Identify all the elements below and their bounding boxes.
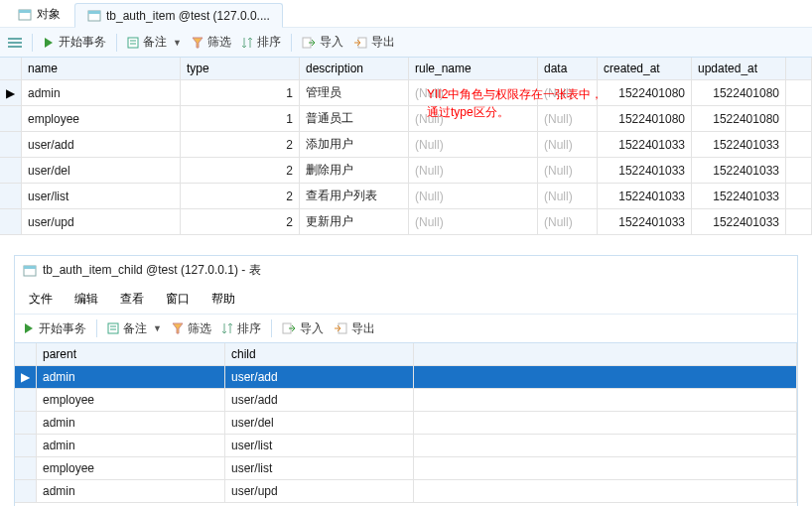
export-button[interactable]: 导出 xyxy=(334,320,375,337)
cell-child[interactable]: user/add xyxy=(225,389,414,412)
cell-description[interactable]: 查看用户列表 xyxy=(300,184,409,209)
menu-edit[interactable]: 编辑 xyxy=(74,291,98,308)
cell-rule-name[interactable]: (Null) xyxy=(409,106,538,132)
cell-name[interactable]: user/add xyxy=(22,132,181,158)
cell-created-at[interactable]: 1522401033 xyxy=(598,158,692,184)
cell-name[interactable]: user/upd xyxy=(22,209,181,235)
cell-spacer xyxy=(786,158,812,184)
import-button[interactable]: 导入 xyxy=(302,34,343,51)
table-row[interactable]: adminuser/list xyxy=(15,435,797,457)
col-description[interactable]: description xyxy=(300,58,409,80)
cell-created-at[interactable]: 1522401080 xyxy=(598,106,692,132)
cell-description[interactable]: 添加用户 xyxy=(300,132,409,158)
table-row[interactable]: user/del2删除用户(Null)(Null)152240103315224… xyxy=(0,158,812,184)
cell-rule-name[interactable]: (Null) xyxy=(409,132,538,158)
table-row[interactable]: employee1普通员工(Null)(Null)152240108015224… xyxy=(0,106,812,132)
memo-button[interactable]: 备注▼ xyxy=(127,34,182,51)
table-row[interactable]: adminuser/del xyxy=(15,412,797,435)
cell-data[interactable]: (Null) xyxy=(538,158,598,184)
table-row[interactable]: employeeuser/list xyxy=(15,457,797,480)
col-rule-name[interactable]: rule_name xyxy=(409,58,538,80)
cell-parent[interactable]: admin xyxy=(37,480,225,503)
filter-button[interactable]: 筛选 xyxy=(172,320,211,337)
cell-created-at[interactable]: 1522401080 xyxy=(598,80,692,106)
cell-name[interactable]: user/list xyxy=(22,184,181,209)
table-row[interactable]: adminuser/upd xyxy=(15,480,797,503)
cell-created-at[interactable]: 1522401033 xyxy=(598,132,692,158)
cell-child[interactable]: user/add xyxy=(225,366,414,389)
export-button[interactable]: 导出 xyxy=(353,34,395,51)
table-row[interactable]: ▶adminuser/add xyxy=(15,366,797,389)
cell-type[interactable]: 2 xyxy=(181,184,300,209)
cell-data[interactable]: (Null) xyxy=(538,184,598,209)
tab-objects[interactable]: 对象 xyxy=(6,1,72,27)
cell-type[interactable]: 1 xyxy=(181,80,300,106)
import-button[interactable]: 导入 xyxy=(282,320,324,337)
col-updated-at[interactable]: updated_at xyxy=(692,58,786,80)
cell-data[interactable]: (Null) xyxy=(538,80,598,106)
cell-parent[interactable]: admin xyxy=(37,366,225,389)
memo-button[interactable]: 备注▼ xyxy=(107,320,162,337)
cell-updated-at[interactable]: 1522401033 xyxy=(692,132,786,158)
sort-button[interactable]: 排序 xyxy=(241,34,281,51)
cell-child[interactable]: user/upd xyxy=(225,480,414,503)
cell-data[interactable]: (Null) xyxy=(538,106,598,132)
cell-rule-name[interactable]: (Null) xyxy=(409,80,538,106)
auth-item-table[interactable]: name type description rule_name data cre… xyxy=(0,58,812,235)
menu-help[interactable]: 帮助 xyxy=(211,291,235,308)
col-child[interactable]: child xyxy=(225,343,414,366)
cell-type[interactable]: 2 xyxy=(181,158,300,184)
cell-updated-at[interactable]: 1522401033 xyxy=(692,158,786,184)
table-row[interactable]: ▶admin1管理员(Null)(Null)152240108015224010… xyxy=(0,80,812,106)
col-data[interactable]: data xyxy=(538,58,598,80)
cell-description[interactable]: 普通员工 xyxy=(300,106,409,132)
cell-created-at[interactable]: 1522401033 xyxy=(598,184,692,209)
col-type[interactable]: type xyxy=(181,58,300,80)
table-row[interactable]: user/upd2更新用户(Null)(Null)152240103315224… xyxy=(0,209,812,235)
cell-child[interactable]: user/del xyxy=(225,412,414,435)
cell-parent[interactable]: employee xyxy=(37,389,225,412)
table-row[interactable]: user/list2查看用户列表(Null)(Null)152240103315… xyxy=(0,184,812,209)
cell-updated-at[interactable]: 1522401080 xyxy=(692,80,786,106)
cell-updated-at[interactable]: 1522401080 xyxy=(692,106,786,132)
menu-window[interactable]: 窗口 xyxy=(166,291,190,308)
tab-active[interactable]: tb_auth_item @test (127.0.0.... xyxy=(74,3,283,28)
cell-type[interactable]: 2 xyxy=(181,132,300,158)
col-created-at[interactable]: created_at xyxy=(598,58,692,80)
sort-button[interactable]: 排序 xyxy=(221,320,261,337)
cell-child[interactable]: user/list xyxy=(225,457,414,480)
cell-rule-name[interactable]: (Null) xyxy=(409,158,538,184)
cell-type[interactable]: 1 xyxy=(181,106,300,132)
cell-description[interactable]: 删除用户 xyxy=(300,158,409,184)
col-name[interactable]: name xyxy=(22,58,181,80)
table-row[interactable]: employeeuser/add xyxy=(15,389,797,412)
cell-data[interactable]: (Null) xyxy=(538,209,598,235)
menu-view[interactable]: 查看 xyxy=(120,291,144,308)
cell-created-at[interactable]: 1522401033 xyxy=(598,209,692,235)
window-title-bar[interactable]: tb_auth_item_child @test (127.0.0.1) - 表 xyxy=(15,256,797,285)
begin-transaction-button[interactable]: 开始事务 xyxy=(23,320,86,337)
cell-type[interactable]: 2 xyxy=(181,209,300,235)
cell-rule-name[interactable]: (Null) xyxy=(409,184,538,209)
cell-name[interactable]: user/del xyxy=(22,158,181,184)
tab-bar: 对象 tb_auth_item @test (127.0.0.... xyxy=(0,0,812,28)
cell-parent[interactable]: employee xyxy=(37,457,225,480)
cell-data[interactable]: (Null) xyxy=(538,132,598,158)
auth-item-child-table[interactable]: parent child ▶adminuser/addemployeeuser/… xyxy=(15,343,797,503)
cell-description[interactable]: 更新用户 xyxy=(300,209,409,235)
cell-description[interactable]: 管理员 xyxy=(300,80,409,106)
cell-name[interactable]: employee xyxy=(22,106,181,132)
cell-parent[interactable]: admin xyxy=(37,412,225,435)
table-row[interactable]: user/add2添加用户(Null)(Null)152240103315224… xyxy=(0,132,812,158)
begin-transaction-button[interactable]: 开始事务 xyxy=(43,34,106,51)
cell-child[interactable]: user/list xyxy=(225,435,414,457)
cell-rule-name[interactable]: (Null) xyxy=(409,209,538,235)
menu-button[interactable] xyxy=(8,37,22,49)
col-parent[interactable]: parent xyxy=(37,343,225,366)
filter-button[interactable]: 筛选 xyxy=(192,34,231,51)
cell-parent[interactable]: admin xyxy=(37,435,225,457)
cell-name[interactable]: admin xyxy=(22,80,181,106)
cell-updated-at[interactable]: 1522401033 xyxy=(692,209,786,235)
cell-updated-at[interactable]: 1522401033 xyxy=(692,184,786,209)
menu-file[interactable]: 文件 xyxy=(29,291,53,308)
